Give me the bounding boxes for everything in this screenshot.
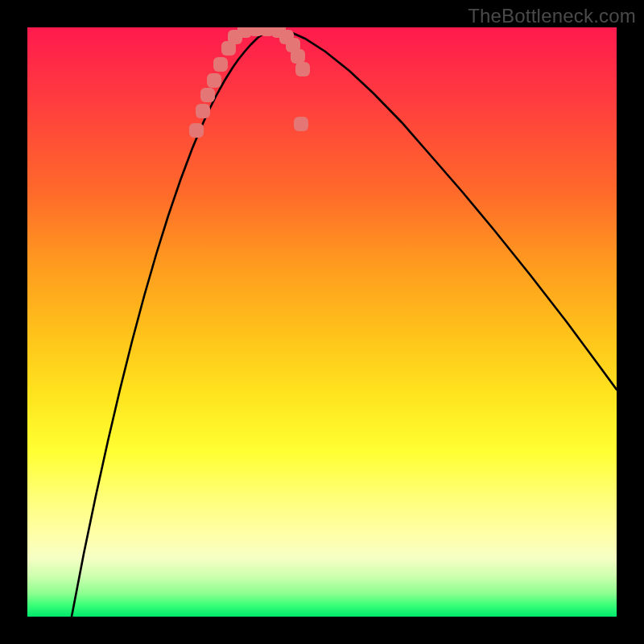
data-point bbox=[213, 57, 228, 72]
data-point bbox=[294, 117, 308, 131]
plot-area bbox=[27, 27, 617, 617]
data-point bbox=[295, 62, 310, 76]
chart-frame: TheBottleneck.com bbox=[0, 0, 644, 644]
data-point bbox=[207, 73, 221, 88]
data-point bbox=[189, 123, 204, 138]
marker-layer bbox=[189, 27, 310, 138]
bottleneck-curve bbox=[72, 30, 617, 617]
watermark-text: TheBottleneck.com bbox=[468, 5, 636, 27]
curve-layer bbox=[27, 27, 617, 617]
data-point bbox=[196, 104, 210, 118]
data-point bbox=[291, 49, 305, 64]
data-point bbox=[200, 88, 215, 102]
